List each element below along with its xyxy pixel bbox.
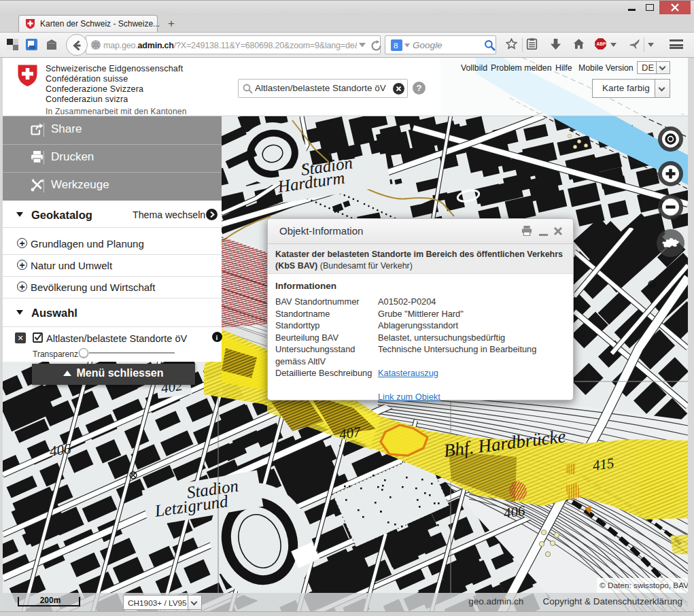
svg-text:ABP: ABP xyxy=(597,41,606,46)
svg-text:406: 406 xyxy=(48,441,72,460)
svg-text:406: 406 xyxy=(502,502,526,521)
svg-text:407: 407 xyxy=(338,424,362,443)
svg-text:8: 8 xyxy=(394,40,398,50)
svg-text:415: 415 xyxy=(591,455,615,474)
svg-text:i: i xyxy=(216,334,218,341)
